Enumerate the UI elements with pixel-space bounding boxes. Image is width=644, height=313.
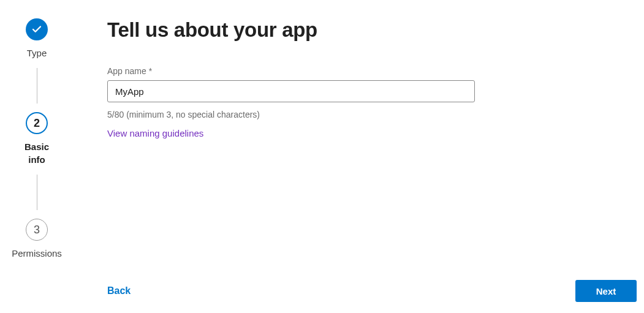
step-connector xyxy=(37,68,37,104)
wizard-footer: Back Next xyxy=(107,280,637,302)
step-connector xyxy=(37,175,37,210)
main-content: Tell us about your app App name * 5/80 (… xyxy=(74,18,644,313)
step-type[interactable]: Type xyxy=(26,18,48,59)
step-basic-info[interactable]: 2 Basic info xyxy=(25,112,49,166)
back-button[interactable]: Back xyxy=(107,285,131,296)
app-name-label: App name * xyxy=(107,66,632,76)
wizard-stepper: Type 2 Basic info 3 Permissions xyxy=(0,18,74,313)
step-label: Permissions xyxy=(12,247,62,260)
app-name-helper-text: 5/80 (minimum 3, no special characters) xyxy=(107,110,632,119)
step-label: Basic info xyxy=(25,140,49,166)
step-permissions[interactable]: 3 Permissions xyxy=(12,219,62,260)
app-name-field-group: App name * 5/80 (minimum 3, no special c… xyxy=(107,66,632,139)
next-button[interactable]: Next xyxy=(575,280,637,302)
page-title: Tell us about your app xyxy=(107,18,632,42)
check-icon xyxy=(26,18,48,40)
step-number: 2 xyxy=(26,112,48,134)
step-label: Type xyxy=(27,47,47,59)
app-name-input[interactable] xyxy=(107,80,475,102)
naming-guidelines-link[interactable]: View naming guidelines xyxy=(107,128,203,138)
step-number: 3 xyxy=(26,219,48,241)
